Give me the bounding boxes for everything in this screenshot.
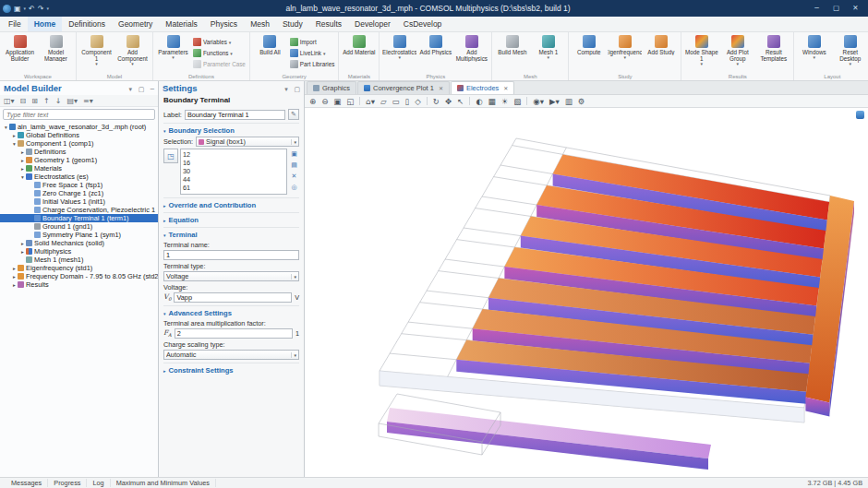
parameter-case-button[interactable]: Parameter Case [191, 59, 247, 69]
tree-node[interactable]: ▸Solid Mechanics (solid) [0, 239, 158, 247]
tree-collapsed-icon[interactable]: ▸ [19, 158, 26, 163]
tree-node[interactable]: Boundary Terminal 1 (term1) [0, 214, 158, 222]
minimize-button[interactable]: ─ [807, 0, 826, 17]
zoom-in-icon[interactable]: ⊕ [309, 97, 316, 106]
active-selection-toggle-button[interactable]: ◳ [163, 149, 178, 163]
plot-group-selector-button[interactable]: Mode Shape 1 [684, 34, 718, 67]
livelink-button[interactable]: LiveLink [288, 48, 336, 58]
close-button[interactable]: ✕ [846, 0, 865, 17]
tree-node[interactable]: ▸Geometry 1 (geom1) [0, 156, 158, 164]
close-tab-icon[interactable]: ✕ [439, 85, 443, 91]
tree-expanded-icon[interactable]: ▾ [3, 125, 9, 130]
model-builder-detach-icon[interactable]: ▢ [139, 86, 145, 93]
close-tab-icon[interactable]: ✕ [503, 85, 508, 91]
menu-tab-developer[interactable]: Developer [348, 17, 397, 31]
tree-node[interactable]: ▸Frequency Domain - 7.95 to 8.05 GHz (st… [0, 272, 158, 280]
settings-detach-icon[interactable]: ▢ [294, 86, 300, 93]
zoom-box-icon[interactable]: ◱ [346, 97, 354, 106]
section-terminal[interactable]: ▾ Terminal [163, 227, 299, 239]
selection-dropdown[interactable]: Signal (box1) ▾ [196, 137, 299, 147]
tree-node[interactable]: ▸Definitions [0, 148, 158, 156]
go-to-default-view-icon[interactable]: ⌂▾ [366, 97, 375, 106]
selection-list-item[interactable]: 44 [183, 175, 284, 184]
tree-node[interactable]: ▸Results [0, 280, 158, 289]
section-advanced-settings[interactable]: ▾ Advanced Settings [163, 305, 299, 317]
add-multiphysics-button[interactable]: Add Multiphysics [454, 34, 488, 62]
tree-collapsed-icon[interactable]: ▸ [11, 274, 18, 280]
variables-button[interactable]: Variables [191, 37, 247, 47]
zoom-to-selection-icon[interactable]: ◎ [289, 182, 299, 192]
wireframe-rendering-icon[interactable]: ▦ [488, 97, 496, 106]
menu-tab-home[interactable]: Home [28, 17, 63, 31]
section-boundary-selection[interactable]: ▾ Boundary Selection [163, 123, 299, 135]
resonator-3d-plot[interactable] [305, 108, 867, 477]
selection-list-item[interactable]: 61 [183, 184, 284, 192]
undo-icon[interactable]: ↶ [29, 5, 35, 13]
import-button[interactable]: Import [288, 37, 336, 47]
menu-tab-file[interactable]: File [2, 17, 28, 31]
part-libraries-button[interactable]: Part Libraries [288, 59, 336, 69]
application-builder-button[interactable]: Application Builder [3, 34, 37, 62]
physics-interface-button[interactable]: Electrostatics [382, 34, 416, 61]
menu-tab-study[interactable]: Study [276, 17, 309, 31]
tree-collapsed-icon[interactable]: ▸ [11, 133, 18, 138]
status-tab-log[interactable]: Log [87, 479, 110, 487]
menu-tab-materials[interactable]: Materials [159, 17, 203, 31]
tree-node[interactable]: Symmetry Plane 1 (sym1) [0, 231, 158, 239]
study-selector-button[interactable]: Eigenfrequency [608, 34, 642, 61]
transparency-icon[interactable]: ◐ [476, 97, 482, 106]
selection-list-item[interactable]: 30 [183, 167, 284, 175]
mesh1-button[interactable]: Mesh 1 [531, 34, 565, 61]
tree-node[interactable]: Mesh 1 (mesh1) [0, 256, 158, 264]
zoom-extents-icon[interactable]: ▣ [333, 97, 341, 106]
copy-selection-icon[interactable]: ▣ [289, 149, 299, 159]
tree-collapsed-icon[interactable]: ▸ [19, 149, 26, 155]
tree-node[interactable]: Initial Values 1 (init1) [0, 197, 158, 206]
label-field[interactable] [185, 110, 285, 120]
boundary-selection-list[interactable]: 1216304461 [180, 149, 287, 195]
expand-all-icon[interactable]: ⊞ [31, 97, 38, 105]
graphics-canvas[interactable] [305, 108, 868, 477]
print-icon[interactable]: ▥ [565, 97, 573, 106]
tree-collapsed-icon[interactable]: ▸ [11, 266, 18, 271]
tree-collapsed-icon[interactable]: ▸ [19, 166, 26, 172]
filter-input[interactable] [6, 111, 151, 119]
reset-desktop-button[interactable]: Reset Desktop [833, 34, 867, 67]
terminal-type-dropdown[interactable]: Voltage ▾ [163, 271, 299, 281]
menu-tab-geometry[interactable]: Geometry [112, 17, 159, 31]
parameters-button[interactable]: Parameters [156, 34, 190, 61]
build-mesh-button[interactable]: Build Mesh [495, 34, 529, 55]
view-zx-plane-icon[interactable]: ▯ [405, 97, 410, 106]
select-icon[interactable]: ↖ [457, 97, 464, 106]
menu-tab-mesh[interactable]: Mesh [244, 17, 276, 31]
tree-node[interactable]: ▸Global Definitions [0, 131, 158, 139]
model-builder-collapse-icon[interactable]: ─ [151, 86, 154, 93]
compute-button[interactable]: Compute [572, 34, 606, 55]
tree-node[interactable]: ▸Eigenfrequency (std1) [0, 264, 158, 272]
status-tab-messages[interactable]: Messages [6, 479, 48, 487]
move-down-icon[interactable]: ↓ [55, 97, 62, 105]
menu-tab-csdevelop[interactable]: CsDevelop [397, 17, 449, 31]
component-button[interactable]: Component 1 [79, 34, 114, 67]
charge-scaling-dropdown[interactable]: Automatic ▾ [163, 350, 299, 360]
terminal-name-field[interactable] [163, 250, 299, 260]
collapse-all-icon[interactable]: ⊟ [20, 97, 27, 105]
add-component-button[interactable]: Add Component [115, 34, 150, 67]
add-study-button[interactable]: Add Study [644, 34, 678, 55]
remove-from-selection-icon[interactable]: ✕ [289, 171, 299, 181]
orthographic-projection-icon[interactable]: ◇ [415, 97, 421, 106]
view-xy-plane-icon[interactable]: ▱ [380, 97, 387, 106]
add-plot-group-button[interactable]: Add Plot Group [720, 34, 754, 67]
tree-collapsed-icon[interactable]: ▸ [11, 282, 18, 288]
rotate-icon[interactable]: ↻ [433, 97, 440, 106]
edit-label-icon[interactable]: ✎ [288, 109, 299, 120]
graphics-tab-electrodes[interactable]: Electrodes✕ [451, 81, 514, 94]
tree-node[interactable]: ▾Component 1 (comp1) [0, 139, 158, 148]
tree-node[interactable]: ▾Electrostatics (es) [0, 173, 158, 181]
environment-reflections-icon[interactable]: ▧ [513, 97, 521, 106]
tree-collapsed-icon[interactable]: ▸ [19, 249, 26, 255]
save-icon[interactable]: ▣ [14, 5, 21, 13]
tree-node[interactable]: ▾aln_lamb_wave_resonator_3d_.mph (root) [0, 123, 158, 131]
save-menu-arrow-icon[interactable]: ▾ [24, 6, 27, 11]
animation-icon[interactable]: ▶▾ [549, 97, 560, 106]
